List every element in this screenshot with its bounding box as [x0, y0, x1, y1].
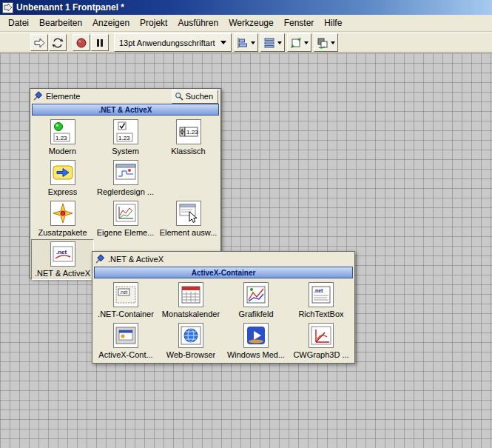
select-control-icon [176, 201, 201, 226]
palette-item-label: Windows Med... [227, 350, 285, 359]
reorder-objects-icon [317, 37, 328, 49]
menu-datei[interactable]: Datei [3, 16, 34, 30]
palette-item-label: Reglerdesign ... [97, 187, 154, 196]
window-title: Unbenannt 1 Frontpanel * [16, 2, 124, 13]
dropdown-arrow-icon [277, 41, 282, 44]
menu-werkzeuge[interactable]: Werkzeuge [223, 16, 278, 30]
toolbar: 13pt Anwendungsschriftart [0, 33, 492, 53]
menu-bearbeiten[interactable]: Bearbeiten [34, 16, 87, 30]
palette-item-zusatzpakete[interactable]: Zusatzpakete [31, 198, 94, 239]
svg-text:.net: .net [120, 290, 128, 295]
palette-item-label: CWGraph3D ... [293, 350, 348, 359]
palette-item-richtextbox[interactable]: .net RichTextBox [289, 280, 354, 321]
controls-palette-header: Elemente Suchen [30, 89, 220, 104]
run-arrow-icon [33, 36, 46, 50]
abort-button[interactable] [73, 34, 90, 51]
palette-item-monatskalender[interactable]: Monatskalender [158, 280, 223, 321]
palette-item-label: Express [48, 187, 78, 196]
controls-category-bar[interactable]: .NET & ActiveX [32, 104, 219, 116]
search-icon [175, 92, 183, 101]
front-panel-canvas[interactable]: Elemente Suchen .NET & ActiveX [0, 53, 492, 448]
distribute-objects-icon [263, 37, 275, 49]
titlebar[interactable]: Unbenannt 1 Frontpanel * [0, 0, 492, 15]
palette-empty-cell [157, 158, 220, 198]
system-controls-icon: 1.23 [113, 119, 138, 144]
classic-controls-icon: 1.23 [176, 119, 201, 144]
palette-item-label: RichTextBox [298, 310, 343, 318]
palette-item-system[interactable]: 1.23 System [94, 117, 157, 158]
pause-icon [93, 36, 107, 50]
pushpin-icon[interactable] [95, 254, 105, 264]
palette-item-eigene-elemente[interactable]: Eigene Eleme... [94, 198, 157, 239]
resize-objects-icon [290, 37, 302, 49]
palette-item-label: Klassisch [171, 147, 205, 156]
dropdown-arrow-icon [251, 41, 255, 44]
svg-text:1.23: 1.23 [55, 135, 67, 141]
palette-item-label: .NET-Container [98, 310, 154, 318]
palette-item-express[interactable]: Express [31, 158, 94, 198]
palette-item-element-auswaehlen[interactable]: Element ausw... [157, 198, 220, 239]
svg-text:.net: .net [56, 249, 67, 255]
dotnet-activex-icon: .net [50, 241, 75, 267]
font-selector-label: 13pt Anwendungsschriftart [119, 39, 215, 47]
palette-item-windows-media[interactable]: Windows Med... [223, 321, 289, 361]
palette-item-dotnet-activex[interactable]: .net .NET & ActiveX [31, 239, 94, 280]
menu-projekt[interactable]: Projekt [135, 16, 172, 30]
font-selector-dropdown[interactable]: 13pt Anwendungsschriftart [114, 33, 232, 52]
resize-objects-dropdown[interactable] [287, 33, 311, 52]
palette-item-label: Web-Browser [166, 350, 215, 359]
palette-item-web-browser[interactable]: Web-Browser [158, 321, 223, 361]
subpalette-grid: .net .NET-Container [92, 279, 354, 362]
control-design-icon [113, 160, 138, 185]
palette-item-reglerdesign[interactable]: Reglerdesign ... [94, 158, 157, 198]
svg-text:.net: .net [314, 288, 323, 293]
palette-item-label: ActiveX-Cont... [98, 350, 152, 359]
picture-field-icon [243, 282, 269, 307]
labview-window: Unbenannt 1 Frontpanel * Datei Bearbeite… [0, 0, 492, 448]
run-continuous-icon [51, 36, 64, 50]
subpalette-title: .NET & ActiveX [108, 255, 164, 264]
pause-button[interactable] [91, 34, 109, 51]
palette-item-activex-container[interactable]: ActiveX-Cont... [93, 321, 158, 361]
activex-container-icon [113, 323, 138, 348]
controls-palette: Elemente Suchen .NET & ActiveX [30, 88, 221, 278]
windows-media-icon [243, 323, 269, 348]
palette-item-klassisch[interactable]: 1.23 Klassisch [157, 117, 220, 158]
align-objects-icon [237, 37, 249, 49]
dotnet-activex-subpalette: .NET & ActiveX ActiveX-Container .net .N… [92, 251, 355, 364]
reorder-objects-dropdown[interactable] [314, 33, 338, 52]
richtextbox-icon: .net [309, 282, 334, 307]
palette-item-dotnet-container[interactable]: .net .NET-Container [93, 280, 158, 321]
menu-anzeigen[interactable]: Anzeigen [87, 16, 135, 30]
addons-icon [50, 201, 75, 226]
pushpin-icon[interactable] [33, 91, 43, 101]
search-button[interactable]: Suchen [172, 90, 218, 104]
cwgraph3d-icon [309, 323, 334, 348]
menu-hilfe[interactable]: Hilfe [319, 16, 347, 30]
user-controls-icon [113, 201, 138, 226]
menu-fenster[interactable]: Fenster [279, 16, 320, 30]
svg-text:1.23: 1.23 [186, 129, 198, 136]
palette-item-label: Zusatzpakete [38, 228, 87, 237]
palette-item-modern[interactable]: 1.23 Modern [31, 117, 94, 158]
menubar: Datei Bearbeiten Anzeigen Projekt Ausfüh… [0, 15, 492, 32]
distribute-objects-dropdown[interactable] [260, 33, 285, 52]
palette-item-label: .NET & ActiveX [35, 269, 90, 278]
palette-item-grafikfeld[interactable]: Grafikfeld [223, 280, 289, 321]
menu-ausfuehren[interactable]: Ausführen [172, 16, 223, 30]
controls-palette-title: Elemente [46, 92, 80, 101]
modern-controls-icon: 1.23 [50, 119, 75, 144]
palette-item-label: Grafikfeld [238, 310, 273, 318]
palette-item-cwgraph3d[interactable]: CWGraph3D ... [289, 321, 354, 361]
align-objects-dropdown[interactable] [234, 33, 258, 52]
run-continuous-button[interactable] [49, 34, 67, 51]
dotnet-container-icon: .net [113, 282, 138, 307]
web-browser-icon [178, 323, 203, 348]
express-controls-icon [50, 160, 75, 185]
subpalette-category-bar[interactable]: ActiveX-Container [94, 267, 353, 278]
svg-text:1.23: 1.23 [118, 135, 130, 141]
dropdown-arrow-icon [304, 41, 309, 44]
dropdown-arrow-icon [331, 41, 335, 44]
palette-item-label: System [112, 147, 139, 156]
run-button[interactable] [30, 34, 48, 51]
